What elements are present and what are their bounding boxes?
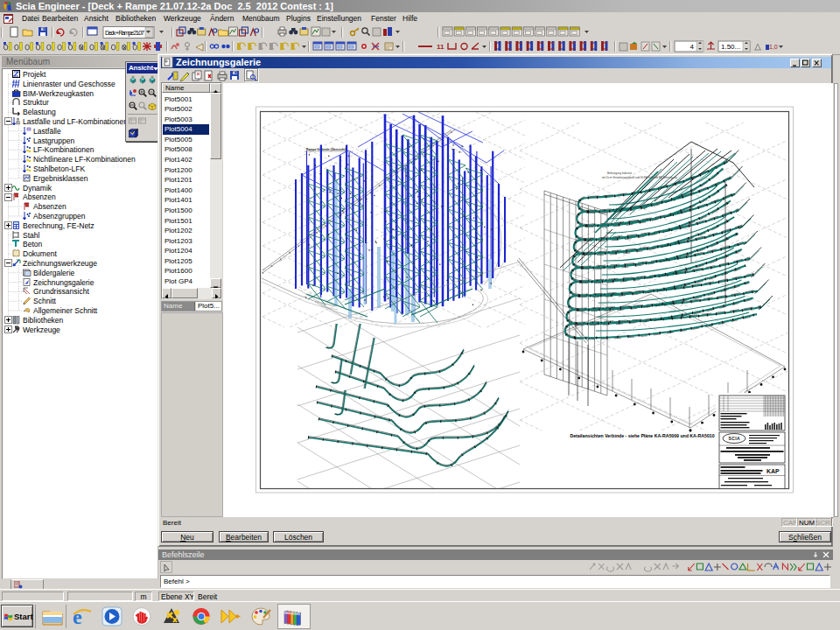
svg-text:e: e: [73, 606, 82, 627]
svg-text:Detailansichten Verbinde - sie: Detailansichten Verbinde - siehe Pläne K…: [570, 433, 714, 438]
svg-text:Befestigung Industrie: Befestigung Industrie: [607, 172, 633, 175]
svg-text:1.50...: 1.50...: [721, 43, 740, 51]
svg-text:11: 11: [437, 43, 444, 51]
svg-text:4: 4: [690, 43, 695, 51]
svg-text:KAP: KAP: [766, 468, 780, 474]
svg-text:mit 2x m Verankerungsprofil un: mit 2x m Verankerungsprofil und 30 EA Sc…: [602, 176, 677, 179]
svg-text:SCIA: SCIA: [729, 436, 740, 441]
svg-text:1,0: 1,0: [769, 44, 778, 50]
svg-text:Rampe Verbinde (Übersicht): Rampe Verbinde (Übersicht): [306, 147, 346, 151]
